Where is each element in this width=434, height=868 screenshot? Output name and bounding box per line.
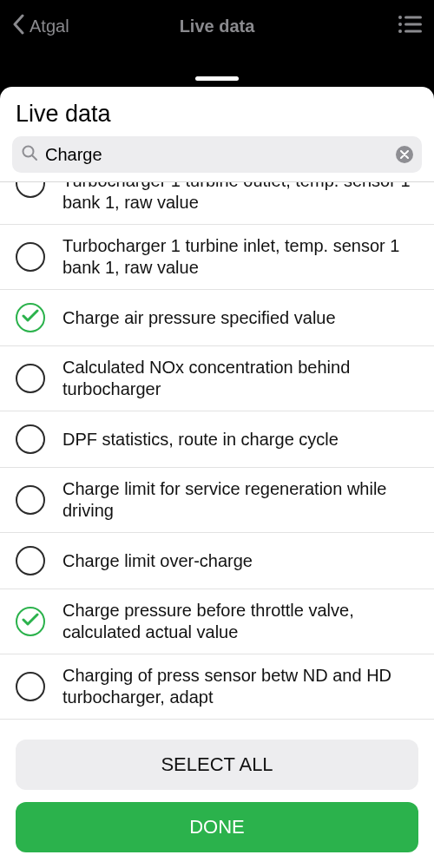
list-item[interactable]: Charge pressure, actual deviation after …: [0, 720, 434, 729]
checkbox[interactable]: [16, 546, 45, 575]
back-button[interactable]: Atgal: [12, 14, 69, 39]
svg-rect-1: [404, 16, 422, 19]
parameter-list[interactable]: Turbocharger 1 turbine outlet, temp. sen…: [0, 181, 434, 729]
clear-icon: [400, 147, 409, 162]
list-item[interactable]: Charge air pressure specified value: [0, 290, 434, 346]
checkbox[interactable]: [16, 672, 45, 701]
search-container: [0, 136, 434, 180]
list-item-label: Charge limit for service regeneration wh…: [62, 478, 418, 522]
list-item-label: Turbocharger 1 turbine inlet, temp. sens…: [62, 235, 418, 279]
back-label: Atgal: [30, 16, 69, 36]
svg-rect-5: [404, 30, 422, 33]
chevron-left-icon: [12, 14, 24, 39]
checkbox[interactable]: [16, 424, 45, 454]
sheet-title: Live data: [0, 87, 434, 136]
select-all-button[interactable]: SELECT ALL: [16, 740, 418, 790]
list-item[interactable]: Calculated NOx concentration behind turb…: [0, 346, 434, 411]
search-input[interactable]: [45, 145, 389, 165]
checkbox[interactable]: [16, 364, 45, 393]
list-item-label: Charge limit over-charge: [62, 550, 418, 572]
top-nav: Atgal Live data: [0, 0, 434, 52]
done-button[interactable]: DONE: [16, 802, 418, 852]
check-icon: [22, 309, 39, 326]
list-item-label: Calculated NOx concentration behind turb…: [62, 357, 418, 400]
list-item[interactable]: Turbocharger 1 turbine inlet, temp. sens…: [0, 225, 434, 290]
footer: SELECT ALL DONE: [0, 729, 434, 868]
svg-point-4: [398, 30, 402, 33]
list-menu-button[interactable]: [398, 15, 422, 37]
sheet-grabber[interactable]: [195, 76, 239, 81]
list-item-label: Charging of press sensor betw ND and HD …: [62, 665, 418, 708]
checkbox[interactable]: [16, 303, 45, 332]
clear-search-button[interactable]: [396, 146, 413, 163]
checkbox[interactable]: [16, 485, 45, 515]
search-icon: [21, 144, 38, 165]
list-item-label: Charge air pressure specified value: [62, 307, 418, 329]
list-item[interactable]: Charge limit for service regeneration wh…: [0, 468, 434, 533]
search-field[interactable]: [12, 136, 422, 173]
list-item-label: DPF statistics, route in charge cycle: [62, 429, 418, 450]
svg-point-0: [398, 16, 402, 19]
svg-line-7: [33, 156, 37, 161]
list-item[interactable]: Charge limit over-charge: [0, 533, 434, 589]
list-item[interactable]: Charge pressure before throttle valve, c…: [0, 589, 434, 654]
list-item[interactable]: Turbocharger 1 turbine outlet, temp. sen…: [0, 182, 434, 225]
svg-point-6: [23, 147, 34, 157]
svg-point-2: [398, 23, 402, 26]
checkbox[interactable]: [16, 607, 45, 636]
svg-rect-3: [404, 23, 422, 26]
checkbox[interactable]: [16, 242, 45, 272]
list-item-label: Charge pressure before throttle valve, c…: [62, 600, 418, 643]
list-icon: [398, 22, 422, 36]
list-item[interactable]: Charging of press sensor betw ND and HD …: [0, 654, 434, 720]
check-icon: [22, 613, 39, 630]
nav-title: Live data: [180, 16, 255, 36]
list-item[interactable]: DPF statistics, route in charge cycle: [0, 411, 434, 468]
sheet: Live data Turbocharger 1 turbine outlet,…: [0, 87, 434, 868]
checkbox[interactable]: [16, 181, 45, 198]
list-item-label: Turbocharger 1 turbine outlet, temp. sen…: [62, 181, 418, 214]
